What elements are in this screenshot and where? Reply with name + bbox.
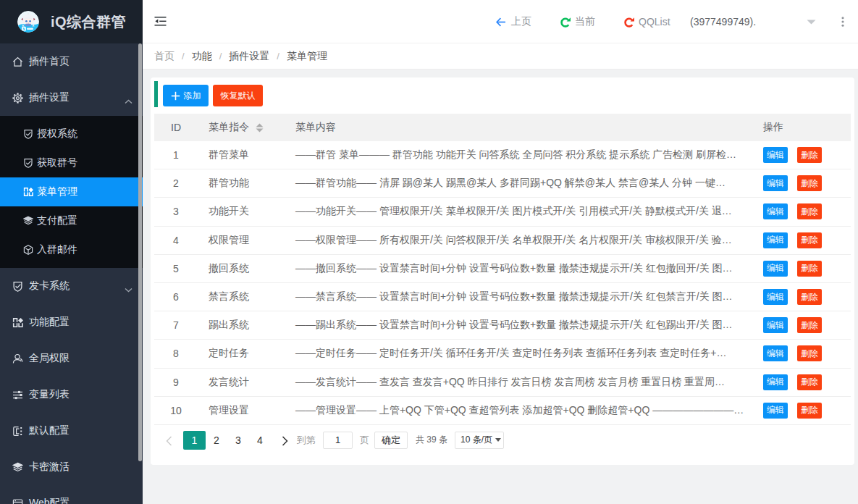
delete-button[interactable]: 删除 [797,203,822,219]
topbar: 上页 当前 QQList (3977499749). [143,0,858,43]
arrow-left-icon [496,17,506,27]
page-size-value: 10 条/页 [460,434,492,446]
cell-cmd: 禁言系统 [198,290,285,303]
breadcrumb-menu-management: 菜单管理 [287,50,327,63]
edit-button[interactable]: 编辑 [763,403,788,419]
page-prev [161,431,183,450]
sidebar-submenu: 授权系统 获取群号 [0,116,143,268]
page-next[interactable] [271,431,293,450]
delete-button[interactable]: 删除 [797,403,822,419]
sidebar-item-function-config[interactable]: 功能配置 [0,304,143,340]
cell-id: 7 [154,319,198,331]
component-icon [23,187,33,197]
cell-cmd: 管理设置 [198,404,285,417]
sidebar-subitem-label: 支付配置 [37,214,77,227]
delete-button[interactable]: 删除 [797,374,822,390]
sidebar-subitem-label: 入群邮件 [37,243,77,256]
page-number-1[interactable]: 1 [183,431,206,450]
delete-button[interactable]: 删除 [797,147,822,163]
page-number-3[interactable]: 3 [227,431,249,450]
plus-icon [171,91,180,101]
cell-cmd: 群管功能 [198,177,285,190]
content-card: 添加 恢复默认 ID 菜单指令 [151,77,854,465]
app-root: N iQ综合群管 插件首页 [0,0,858,504]
delete-button[interactable]: 删除 [797,261,822,277]
cell-ops: 编辑 删除 [754,147,851,163]
delete-button[interactable]: 删除 [797,232,822,248]
edit-button[interactable]: 编辑 [763,261,788,277]
breadcrumb-plugin-settings[interactable]: 插件设置 [229,50,269,63]
edit-button[interactable]: 编辑 [763,175,788,191]
delete-button[interactable]: 删除 [797,175,822,191]
cell-content: ——功能开关—— 管理权限开/关 菜单权限开/关 图片模式开/关 引用模式开/关… [285,205,754,218]
sidebar-item-card-system[interactable]: 发卡系统 [0,268,143,304]
column-header-ops: 操作 [754,121,851,134]
edit-button[interactable]: 编辑 [763,232,788,248]
sort-icon[interactable] [256,123,264,133]
box-icon [23,245,33,255]
sidebar-item-variable-list[interactable]: 变量列表 [0,377,143,413]
menu-table: ID 菜单指令 菜单内容 操作 1 [154,114,851,425]
chevron-up-icon [125,95,133,100]
sidebar-subitem-auth-system[interactable]: 授权系统 [0,119,143,148]
delete-button[interactable]: 删除 [797,345,822,361]
cell-id: 3 [154,206,198,217]
cell-content: ——群管 菜单——— 群管功能 功能开关 问答系统 全局问答 积分系统 提示系统… [285,148,754,161]
cell-content: ——禁言系统—— 设置禁言时间+分钟 设置号码位数+数量 撤禁违规提示开/关 红… [285,290,754,303]
add-button[interactable]: 添加 [163,85,209,106]
sidebar-subitem-payment-config[interactable]: 支付配置 [0,206,143,235]
more-menu[interactable] [841,0,844,43]
sidebar-item-plugin-settings[interactable]: 插件设置 [0,80,143,116]
goto-page-input[interactable] [323,432,353,449]
logo-bar: N iQ综合群管 [0,0,143,43]
sidebar-subitem-menu-management[interactable]: 菜单管理 [0,177,143,206]
sidebar-item-global-permission[interactable]: 全局权限 [0,340,143,377]
cell-content: ——群管功能—— 清屏 踢@某人 踢黑@某人 多群同踢+QQ 解禁@某人 禁言@… [285,177,754,190]
table-header: ID 菜单指令 菜单内容 操作 [154,114,851,141]
cell-content: ——踢出系统—— 设置禁言时间+分钟 设置号码位数+数量 撤禁违规提示开/关 红… [285,319,754,332]
sidebar-subitem-label: 菜单管理 [37,185,77,198]
caret-down-icon [495,438,501,442]
table-row: 7 踢出系统 ——踢出系统—— 设置禁言时间+分钟 设置号码位数+数量 撤禁违规… [154,311,851,340]
user-icon [12,353,23,364]
sidebar-subitem-get-group[interactable]: 获取群号 [0,148,143,177]
breadcrumb-function[interactable]: 功能 [192,50,212,63]
cell-cmd: 定时任务 [198,347,285,360]
table-row: 6 禁言系统 ——禁言系统—— 设置禁言时间+分钟 设置号码位数+数量 撤禁违规… [154,283,851,311]
sidebar-item-default-config[interactable]: 默认配置 [0,413,143,449]
sidebar-item-web-config[interactable]: Web配置 [0,485,143,504]
edit-button[interactable]: 编辑 [763,289,788,305]
sidebar-scrollbar-thumb[interactable] [138,43,142,461]
edit-button[interactable]: 编辑 [763,203,788,219]
cell-id: 10 [154,405,198,416]
cell-content: ——管理设置—— 上管+QQ 下管+QQ 查超管列表 添加超管+QQ 删除超管+… [285,404,754,417]
page-number-2[interactable]: 2 [206,431,227,450]
sidebar-item-plugin-home[interactable]: 插件首页 [0,43,143,80]
page-number-4[interactable]: 4 [249,431,271,450]
user-dropdown[interactable] [807,0,816,43]
delete-button[interactable]: 删除 [797,289,822,305]
nav-refresh-qqlist[interactable]: QQList [624,0,670,43]
page-size-select[interactable]: 10 条/页 [455,432,504,449]
edit-button[interactable]: 编辑 [763,147,788,163]
sidebar-subitem-join-mail[interactable]: 入群邮件 [0,235,143,264]
cell-content: ——权限管理—— 所有权限开/关 问答权限开/关 名单权限开/关 名片权限开/关… [285,234,754,247]
cell-id: 4 [154,235,198,246]
caret-down-icon [807,20,816,25]
nav-back-page[interactable]: 上页 [496,0,531,43]
sidebar-item-label: 插件设置 [29,91,70,104]
edit-button[interactable]: 编辑 [763,317,788,333]
restore-default-button[interactable]: 恢复默认 [213,85,263,106]
sidebar-item-card-key-activation[interactable]: 卡密激活 [0,449,143,485]
breadcrumb-home[interactable]: 首页 [154,50,174,63]
edit-button[interactable]: 编辑 [763,345,788,361]
delete-button[interactable]: 删除 [797,317,822,333]
column-header-cmd[interactable]: 菜单指令 [198,121,285,134]
cell-ops: 编辑 删除 [754,403,851,419]
confirm-button[interactable]: 确定 [374,432,408,449]
cell-ops: 编辑 删除 [754,175,851,191]
edit-button[interactable]: 编辑 [763,374,788,390]
collapse-sidebar-icon[interactable] [154,15,167,28]
nav-refresh-current[interactable]: 当前 [560,0,595,43]
breadcrumb-separator: / [219,51,222,62]
